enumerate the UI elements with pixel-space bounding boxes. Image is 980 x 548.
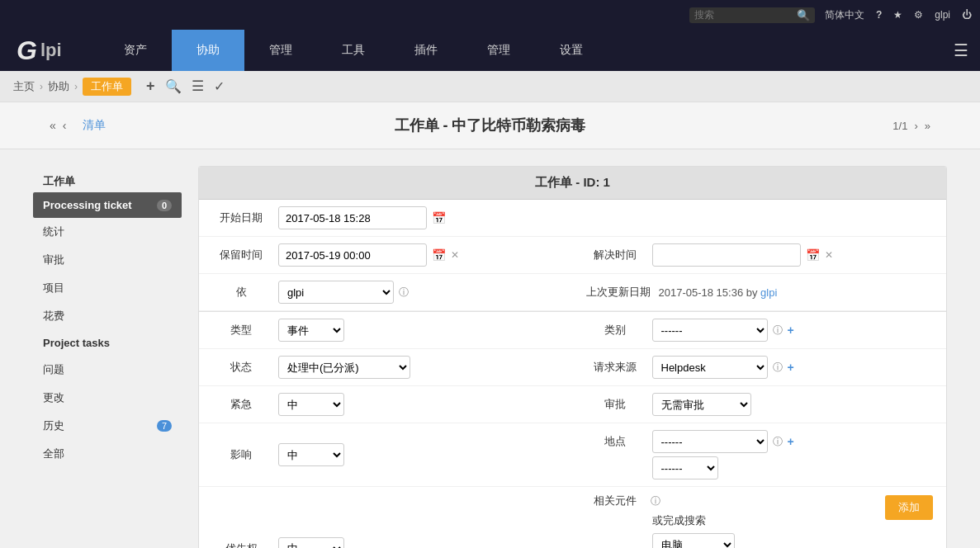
- nav-next-button[interactable]: ›: [914, 120, 917, 132]
- add-ticket-button[interactable]: +: [146, 78, 155, 95]
- nav-admin[interactable]: 管理: [462, 30, 535, 71]
- nav-tools[interactable]: 工具: [317, 30, 390, 71]
- sidebar-processing-badge: 0: [157, 200, 172, 211]
- urgency-select[interactable]: 中: [278, 393, 344, 416]
- content-header: 工作单 - ID: 1: [199, 167, 946, 200]
- add-button[interactable]: 添加: [885, 495, 933, 520]
- sidebar-item-approve[interactable]: 审批: [33, 246, 182, 274]
- request-source-value: Helpdesk ⓘ +: [652, 356, 934, 379]
- nav-last-button[interactable]: »: [925, 120, 930, 132]
- user-label[interactable]: glpi: [935, 9, 950, 21]
- sidebar-item-problem[interactable]: 问题: [33, 356, 182, 384]
- top-bar: 🔍 简体中文 ? ★ ⚙ glpi ⏻: [0, 0, 980, 30]
- breadcrumb-sep-2: ›: [74, 81, 78, 92]
- sidebar-item-project[interactable]: 项目: [33, 274, 182, 302]
- keep-time-clear-icon[interactable]: ✕: [451, 249, 459, 261]
- sidebar-item-change[interactable]: 更改: [33, 384, 182, 412]
- request-source-add-button[interactable]: +: [788, 361, 794, 374]
- keep-time-label: 保留时间: [212, 248, 270, 262]
- keep-time-input[interactable]: [278, 243, 427, 267]
- page-title: 工作单 - 中了比特币勒索病毒: [395, 116, 586, 135]
- counter-label: 1/1: [892, 120, 907, 132]
- approval-label: 审批: [586, 397, 644, 412]
- power-icon[interactable]: ⏻: [962, 9, 972, 21]
- location-value: ------ ⓘ +: [652, 430, 934, 453]
- location-add-button[interactable]: +: [788, 435, 794, 448]
- search-box[interactable]: 🔍: [689, 7, 815, 23]
- help-icon[interactable]: ?: [876, 9, 882, 21]
- location-info-icon[interactable]: ⓘ: [773, 435, 783, 449]
- status-select[interactable]: 处理中(已分派): [278, 356, 410, 379]
- form-grid-2: 类型 事件 类别 ------ ⓘ + 状态: [199, 312, 946, 548]
- nav-assets[interactable]: 资产: [99, 30, 172, 71]
- breadcrumb-home[interactable]: 主页: [13, 79, 35, 94]
- breadcrumb-actions: + 🔍 ☰ ✓: [146, 78, 225, 95]
- favorites-icon[interactable]: ★: [893, 9, 902, 21]
- page-title-area: « ‹ 清单 工作单 - 中了比特币勒索病毒 1/1 › »: [0, 102, 980, 149]
- breadcrumb-sep-1: ›: [40, 81, 43, 92]
- search-input[interactable]: [694, 9, 793, 21]
- sidebar-project-tasks-label: Project tasks: [43, 337, 110, 349]
- priority-select[interactable]: 中: [278, 537, 344, 549]
- related-info-icon[interactable]: ⓘ: [651, 494, 660, 508]
- type-value: 事件: [278, 319, 560, 342]
- nav-management[interactable]: 管理: [244, 30, 317, 71]
- sidebar-item-project-tasks[interactable]: Project tasks: [33, 330, 182, 356]
- category-info-icon[interactable]: ⓘ: [773, 324, 783, 338]
- sidebar-item-history[interactable]: 历史 7: [33, 412, 182, 440]
- nav-hamburger[interactable]: ☰: [942, 40, 980, 60]
- settings-icon[interactable]: ⚙: [914, 9, 923, 21]
- validate-button[interactable]: ✓: [214, 78, 225, 94]
- sidebar-history-label: 历史: [43, 418, 64, 433]
- impact-select[interactable]: 中: [278, 443, 344, 466]
- sidebar-item-stats[interactable]: 统计: [33, 218, 182, 246]
- sidebar-approve-label: 审批: [43, 253, 64, 267]
- request-source-info-icon[interactable]: ⓘ: [773, 361, 783, 375]
- priority-label: 优先权: [212, 541, 270, 549]
- nav-plugins[interactable]: 插件: [390, 30, 462, 71]
- sidebar-item-all[interactable]: 全部: [33, 440, 182, 468]
- list-view-button[interactable]: ☰: [192, 78, 204, 95]
- nav-first-button[interactable]: «: [50, 119, 56, 132]
- location-select[interactable]: ------: [652, 430, 768, 453]
- approval-select[interactable]: 无需审批: [652, 393, 751, 416]
- main-layout: 工作单 Processing ticket 0 统计 审批 项目 花费 Proj…: [0, 149, 980, 548]
- search-icon[interactable]: 🔍: [797, 9, 810, 21]
- last-update-label: 上次更新日期: [586, 285, 651, 300]
- resolve-time-cell: 解决时间 📅 ✕: [573, 237, 947, 274]
- logo[interactable]: Glpi: [0, 35, 99, 66]
- nav-support[interactable]: 协助: [172, 30, 244, 71]
- list-link[interactable]: 清单: [83, 118, 106, 133]
- nav-prev-button[interactable]: ‹: [63, 119, 67, 132]
- resolve-time-clear-icon[interactable]: ✕: [825, 249, 833, 261]
- category-select[interactable]: ------: [652, 319, 768, 342]
- breadcrumb-tickets[interactable]: 工作单: [83, 78, 131, 96]
- search-tickets-button[interactable]: 🔍: [165, 78, 182, 94]
- lang-selector[interactable]: 简体中文: [825, 8, 864, 22]
- by-info-icon[interactable]: ⓘ: [399, 286, 409, 300]
- keep-time-cal-icon[interactable]: 📅: [432, 248, 446, 262]
- sidebar-problem-label: 问题: [43, 362, 64, 377]
- start-date-input[interactable]: [278, 206, 427, 229]
- type-select[interactable]: 事件: [278, 319, 344, 342]
- sidebar: 工作单 Processing ticket 0 统计 审批 项目 花费 Proj…: [33, 166, 182, 548]
- nav-settings[interactable]: 设置: [535, 30, 608, 71]
- by-select[interactable]: glpi: [278, 281, 394, 304]
- last-update-text: 2017-05-18 15:36 by glpi: [659, 286, 778, 299]
- start-date-label: 开始日期: [212, 210, 270, 225]
- sidebar-item-processing[interactable]: Processing ticket 0: [33, 192, 182, 218]
- sidebar-history-badge: 7: [157, 420, 172, 432]
- type-label: 类型: [212, 323, 270, 338]
- location-sub-select[interactable]: ------: [652, 456, 718, 480]
- urgency-label: 紧急: [212, 397, 270, 412]
- start-date-cal-icon[interactable]: 📅: [432, 211, 446, 224]
- last-update-user-link[interactable]: glpi: [760, 286, 777, 299]
- breadcrumb-support[interactable]: 协助: [48, 79, 69, 94]
- related-type-select[interactable]: 电脑: [652, 533, 735, 548]
- resolve-time-input[interactable]: [652, 243, 801, 267]
- request-source-select[interactable]: Helpdesk: [652, 356, 768, 379]
- resolve-time-cal-icon[interactable]: 📅: [806, 248, 820, 262]
- last-update-value: 2017-05-18 15:36 by glpi: [659, 286, 934, 299]
- sidebar-item-expense[interactable]: 花费: [33, 302, 182, 330]
- category-add-button[interactable]: +: [788, 324, 794, 337]
